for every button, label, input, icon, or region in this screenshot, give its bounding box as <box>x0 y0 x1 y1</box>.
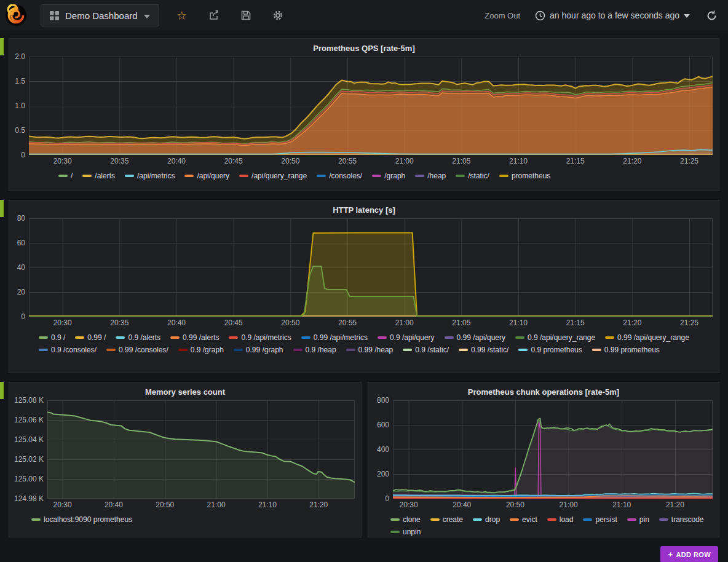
legend-item[interactable]: 0.99 prometheus <box>592 346 660 354</box>
legend-item[interactable]: 0.9 /api/query_range <box>515 333 595 342</box>
time-range-picker[interactable]: an hour ago to a few seconds ago <box>535 10 690 21</box>
legend-item[interactable]: 0.99 /graph <box>234 346 283 354</box>
legend-swatch <box>659 518 668 521</box>
x-tick-label: 20:30 <box>53 501 72 509</box>
legend-label: 0.9 /graph <box>191 346 224 354</box>
legend-swatch <box>346 349 355 351</box>
legend-item[interactable]: 0.9 /api/query <box>378 333 435 342</box>
legend-swatch <box>515 336 524 339</box>
legend-item[interactable]: 0.9 / <box>39 333 65 342</box>
star-icon[interactable]: ☆ <box>175 9 189 22</box>
dashboard-row-3: Memory series count 124.98 K125.00 K125.… <box>9 382 719 537</box>
legend-item[interactable]: 0.99 /alerts <box>170 333 219 342</box>
legend-item[interactable]: /api/metrics <box>125 172 175 180</box>
legend-item[interactable]: drop <box>473 515 500 524</box>
dashboard-picker-button[interactable]: Demo Dashboard <box>41 4 159 26</box>
dashboard-body: Prometheus QPS [rate-5m] 00.51.01.52.0 2… <box>0 31 728 562</box>
row-collapse-handle[interactable] <box>0 382 4 399</box>
legend-swatch <box>378 336 387 339</box>
chevron-down-icon <box>684 14 690 18</box>
row-collapse-handle[interactable] <box>0 200 4 217</box>
legend-item[interactable]: prometheus <box>499 172 550 180</box>
x-tick-label: 21:15 <box>566 157 585 165</box>
dashboard-title: Demo Dashboard <box>65 10 138 21</box>
legend-swatch <box>372 175 381 177</box>
add-row-button[interactable]: + ADD ROW <box>660 546 718 562</box>
panel-title[interactable]: Memory series count <box>9 382 361 400</box>
x-tick-label: 21:00 <box>395 157 414 165</box>
legend-label: 0.99 /api/metrics <box>314 333 368 342</box>
legend-item[interactable]: 0.9 prometheus <box>518 346 582 354</box>
legend-label: 0.9 /static/ <box>415 346 449 354</box>
legend-swatch <box>31 518 41 521</box>
chart-plot-area[interactable] <box>29 57 713 155</box>
legend-item[interactable]: transcode <box>659 515 704 524</box>
legend-label: 0.9 /alerts <box>128 333 160 342</box>
legend-item[interactable]: localhost:9090 prometheus <box>31 515 132 524</box>
legend-label: /static/ <box>468 172 489 180</box>
legend-label: create <box>443 515 463 524</box>
row-collapse-handle[interactable] <box>0 38 4 55</box>
legend-item[interactable]: /consoles/ <box>317 172 362 180</box>
legend-item[interactable]: pin <box>627 515 649 524</box>
legend-item[interactable]: 0.9 /consoles/ <box>39 346 97 354</box>
chart-plot-area[interactable] <box>29 218 713 317</box>
grafana-logo-icon[interactable] <box>5 4 27 26</box>
zoom-out-button[interactable]: Zoom Out <box>485 11 520 20</box>
legend-label: 0.99 /api/query <box>457 333 505 342</box>
legend-item[interactable]: 0.99 / <box>75 333 106 342</box>
y-tick-label: 600 <box>377 421 389 429</box>
x-tick-label: 20:30 <box>53 319 72 327</box>
panel-title[interactable]: HTTP latency [s] <box>9 200 719 218</box>
legend-item[interactable]: /static/ <box>456 172 489 180</box>
legend-item[interactable]: /api/query_range <box>239 172 307 180</box>
refresh-icon[interactable] <box>705 9 718 22</box>
legend-swatch <box>390 518 400 521</box>
legend-item[interactable]: persist <box>583 515 617 524</box>
legend-item[interactable]: /graph <box>372 172 405 180</box>
panel-title[interactable]: Prometheus QPS [rate-5m] <box>9 39 719 57</box>
gear-icon[interactable] <box>271 9 285 22</box>
x-tick-label: 21:25 <box>680 157 698 165</box>
legend-item[interactable]: 0.9 /heap <box>293 346 336 354</box>
legend-item[interactable]: 0.99 /api/query_range <box>605 333 689 342</box>
legend-item[interactable]: 0.99 /heap <box>346 346 394 354</box>
legend-item[interactable]: evict <box>510 515 537 524</box>
legend-item[interactable]: 0.99 /consoles/ <box>106 346 168 354</box>
legend-item[interactable]: create <box>430 515 463 524</box>
panel-title[interactable]: Prometheus chunk operations [rate-5m] <box>368 382 719 400</box>
legend-label: unpin <box>403 528 421 536</box>
legend-item[interactable]: 0.9 /static/ <box>403 346 449 354</box>
save-icon[interactable] <box>239 9 253 22</box>
y-tick-label: 125.06 K <box>14 416 44 424</box>
plus-icon: + <box>668 550 673 559</box>
chart-plot-area[interactable] <box>393 400 713 499</box>
legend-swatch <box>592 349 601 351</box>
legend-item[interactable]: 0.99 /static/ <box>459 346 508 354</box>
panel-prometheus-qps: Prometheus QPS [rate-5m] 00.51.01.52.0 2… <box>9 38 719 191</box>
legend-swatch <box>239 175 248 177</box>
panel-prometheus-chunk-operations: Prometheus chunk operations [rate-5m] 02… <box>368 382 719 537</box>
share-icon[interactable] <box>207 9 221 22</box>
legend-item[interactable]: 0.9 /api/metrics <box>229 333 291 342</box>
x-tick-label: 20:40 <box>453 501 471 509</box>
legend-swatch <box>415 175 424 177</box>
legend-item[interactable]: /heap <box>415 172 446 180</box>
legend-item[interactable]: 0.9 /graph <box>178 346 224 354</box>
legend-item[interactable]: unpin <box>390 528 421 536</box>
legend-item[interactable]: /api/query <box>184 172 229 180</box>
dashboard-row-2: HTTP latency [s] 020406080 20:3020:3520:… <box>9 200 719 373</box>
x-tick-label: 20:35 <box>110 157 129 165</box>
y-tick-label: 40 <box>17 263 25 272</box>
legend-item[interactable]: 0.9 /alerts <box>116 333 160 342</box>
chart-plot-area[interactable] <box>47 400 355 499</box>
legend-item[interactable]: 0.99 /api/metrics <box>301 333 368 342</box>
legend-swatch <box>234 349 243 351</box>
x-tick-label: 21:10 <box>258 501 277 509</box>
legend-item[interactable]: /alerts <box>82 172 115 180</box>
legend-item[interactable]: 0.99 /api/query <box>445 333 505 342</box>
legend-label: localhost:9090 prometheus <box>44 515 132 524</box>
legend-item[interactable]: load <box>547 515 574 524</box>
legend-item[interactable]: clone <box>390 515 421 524</box>
legend-item[interactable]: / <box>58 172 73 180</box>
